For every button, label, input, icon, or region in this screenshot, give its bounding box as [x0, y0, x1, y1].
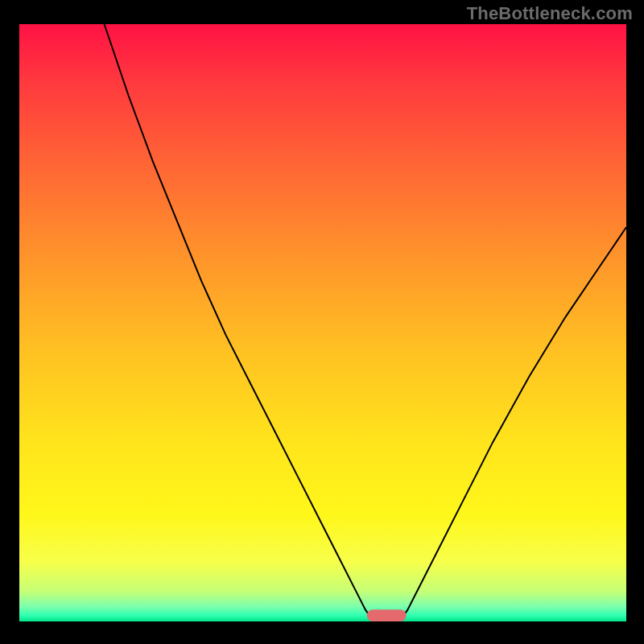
gradient-background	[19, 24, 626, 621]
bottleneck-chart	[19, 24, 626, 621]
chart-frame: TheBottleneck.com	[0, 0, 644, 644]
watermark-label: TheBottleneck.com	[467, 3, 633, 24]
minimum-marker	[367, 609, 407, 621]
plot-area	[19, 24, 626, 621]
